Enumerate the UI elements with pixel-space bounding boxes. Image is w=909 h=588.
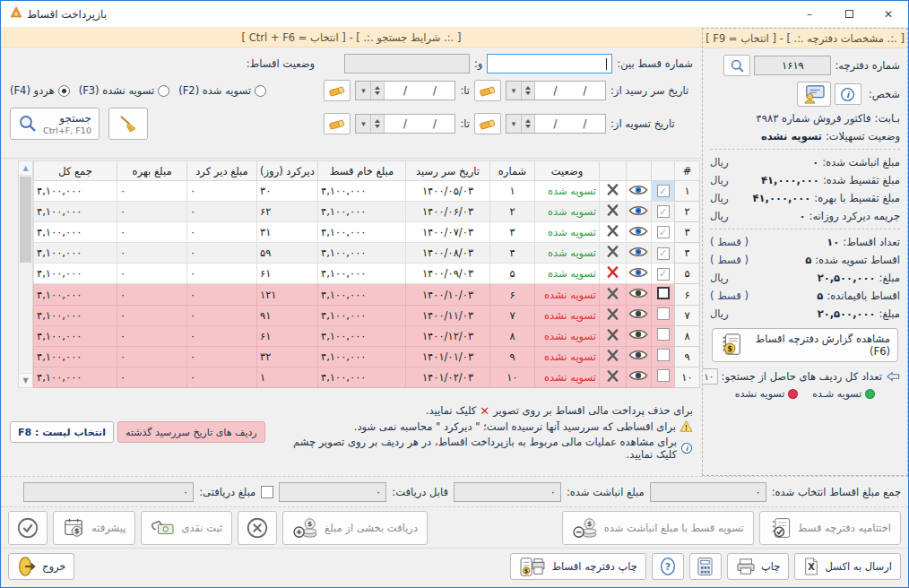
delete-payment-icon[interactable] xyxy=(606,369,619,383)
delete-payment-icon[interactable] xyxy=(606,349,619,362)
settled-checkbox-cell[interactable] xyxy=(652,367,675,387)
due-date-from-picker[interactable]: / /▾ xyxy=(506,81,606,100)
settled-checkbox[interactable]: ✓ xyxy=(657,268,670,281)
spinner-icon[interactable] xyxy=(522,82,535,99)
view-operations-cell[interactable] xyxy=(627,346,652,367)
row-number-cell[interactable]: ۸ xyxy=(675,325,700,346)
settled-checkbox-cell[interactable]: ✓ xyxy=(652,181,675,202)
radio-icon[interactable] xyxy=(158,85,169,97)
row-number-cell[interactable]: ۹ xyxy=(675,346,700,367)
delete-payment-icon[interactable] xyxy=(606,265,619,279)
view-operations-cell[interactable] xyxy=(627,264,652,284)
installment-row[interactable]: ۶تسویه نشده۶۱۴۰۰/۱۰/۰۳۴,۱۰۰,۰۰۰۱۲۱۰۰۴,۱۰… xyxy=(34,284,700,305)
help-button[interactable]: ? xyxy=(652,553,684,580)
delete-payment-cell[interactable] xyxy=(600,305,627,325)
cash-register-button[interactable]: ثبت نقدی xyxy=(141,511,232,545)
settled-checkbox[interactable] xyxy=(657,328,670,341)
delete-payment-cell[interactable] xyxy=(600,264,627,284)
row-number-cell[interactable]: ۲ xyxy=(675,202,700,222)
settled-checkbox[interactable] xyxy=(657,307,670,320)
settled-checkbox-cell[interactable]: ✓ xyxy=(652,243,675,264)
view-operations-cell[interactable] xyxy=(627,325,652,346)
minimize-button[interactable]: – xyxy=(790,1,829,27)
installment-row[interactable]: ۴✓تسویه شده۴۱۴۰۰/۰۸/۰۳۴,۱۰۰,۰۰۰۵۹۰۰۴,۱۰۰… xyxy=(34,243,700,264)
settled-checkbox[interactable] xyxy=(657,287,670,299)
settled-checkbox[interactable] xyxy=(657,369,670,382)
radio-unsettled[interactable]: تسویه نشده (F3) xyxy=(79,84,170,97)
row-number-cell[interactable]: ۱۰ xyxy=(675,367,700,387)
delete-payment-cell[interactable] xyxy=(600,346,627,367)
settled-checkbox-cell[interactable]: ✓ xyxy=(652,222,675,243)
view-operations-cell[interactable] xyxy=(627,222,652,243)
clear-all-button[interactable] xyxy=(108,108,148,140)
settled-checkbox[interactable] xyxy=(657,349,670,361)
accumulated-input[interactable]: ۰ xyxy=(454,482,561,502)
sum-selected-input[interactable]: ۰ xyxy=(650,482,766,502)
delete-payment-cell[interactable] xyxy=(600,367,627,387)
settled-checkbox-cell[interactable] xyxy=(652,325,675,346)
delete-payment-icon[interactable] xyxy=(606,183,619,196)
settled-checkbox-cell[interactable] xyxy=(652,346,675,367)
partial-receive-button[interactable]: دریافت بخشی از مبلغ $ xyxy=(282,511,428,545)
view-operations-cell[interactable] xyxy=(627,202,652,222)
row-number-cell[interactable]: ۱ xyxy=(675,181,700,202)
clear-settle-from-button[interactable] xyxy=(474,113,501,134)
eye-icon[interactable] xyxy=(628,369,648,382)
maximize-button[interactable] xyxy=(829,1,869,27)
eye-icon[interactable] xyxy=(628,184,648,196)
radio-icon-selected[interactable] xyxy=(58,85,70,97)
delete-payment-icon[interactable] xyxy=(606,245,619,258)
delete-payment-icon[interactable] xyxy=(606,307,619,321)
close-book-button[interactable]: اختتامیه دفترچه قسط xyxy=(759,511,901,545)
row-number-cell[interactable]: ۴ xyxy=(675,243,700,264)
installment-row[interactable]: ۸تسویه نشده۸۱۴۰۰/۱۲/۰۳۴,۱۰۰,۰۰۰۶۱۰۰۴,۱۰۰… xyxy=(34,325,700,346)
installment-from-input[interactable] xyxy=(487,54,612,74)
delete-payment-icon[interactable] xyxy=(606,203,619,217)
installment-row[interactable]: ۳✓تسویه شده۳۱۴۰۰/۰۷/۰۳۴,۱۰۰,۰۰۰۳۱۰۰۴,۱۰۰… xyxy=(34,222,700,243)
eye-icon[interactable] xyxy=(628,266,648,279)
delete-payment-icon[interactable] xyxy=(606,224,619,238)
clear-settle-to-button[interactable] xyxy=(324,113,351,134)
select-list-button[interactable]: انتخاب لیست : F8 xyxy=(10,421,114,443)
eye-icon[interactable] xyxy=(628,246,648,258)
installment-row[interactable]: ۵✓تسویه شده۵۱۴۰۰/۰۹/۰۳۴,۱۰۰,۰۰۰۶۱۰۰۴,۱۰۰… xyxy=(34,264,700,284)
exit-button[interactable]: خروج xyxy=(8,553,74,580)
delete-payment-cell[interactable] xyxy=(600,243,627,264)
print-book-button[interactable]: چاپ دفترچه اقساط $ xyxy=(510,553,646,580)
chevron-down-icon[interactable]: ▾ xyxy=(506,82,522,99)
settle-with-accumulated-button[interactable]: تسویه قسط با مبلغ انباشت شده $ xyxy=(562,511,754,545)
settled-checkbox[interactable]: ✓ xyxy=(657,226,670,238)
receivable-input[interactable]: ۰ xyxy=(279,482,386,502)
settled-checkbox[interactable]: ✓ xyxy=(657,205,670,218)
person-info-button[interactable]: i xyxy=(835,83,861,105)
view-operations-cell[interactable] xyxy=(627,181,652,202)
spinner-icon[interactable] xyxy=(371,82,385,99)
row-number-cell[interactable]: ۷ xyxy=(675,305,700,325)
chevron-down-icon[interactable]: ▾ xyxy=(506,115,522,133)
view-operations-cell[interactable] xyxy=(627,284,652,305)
vertical-scrollbar[interactable]: ▲ ▼ xyxy=(18,160,33,388)
radio-settled[interactable]: تسویه شده (F2) xyxy=(178,84,266,97)
delete-payment-cell[interactable] xyxy=(600,222,627,243)
book-search-button[interactable] xyxy=(723,55,750,76)
eye-icon[interactable] xyxy=(628,307,648,320)
delete-payment-icon[interactable] xyxy=(606,328,619,342)
close-button[interactable]: ✕ xyxy=(869,1,908,27)
chevron-down-icon[interactable]: ▾ xyxy=(356,115,371,133)
installment-row[interactable]: ۲✓تسویه شده۲۱۴۰۰/۰۶/۰۳۴,۱۰۰,۰۰۰۶۲۰۰۴,۱۰۰… xyxy=(34,202,700,222)
receive-checkbox[interactable] xyxy=(261,486,273,498)
due-date-to-picker[interactable]: / /▾ xyxy=(355,81,455,100)
row-number-cell[interactable]: ۶ xyxy=(675,284,700,305)
row-number-cell[interactable]: ۳ xyxy=(675,222,700,243)
settle-date-to-picker[interactable]: / /▾ xyxy=(355,114,455,134)
delete-payment-cell[interactable] xyxy=(600,202,627,222)
radio-icon[interactable] xyxy=(255,85,266,97)
delete-payment-cell[interactable] xyxy=(600,181,627,202)
view-book-report-button[interactable]: مشاهده گزارش دفترچه اقساط (F6) $ xyxy=(712,328,898,362)
eye-icon[interactable] xyxy=(628,225,648,238)
print-button[interactable]: چاپ xyxy=(727,553,789,580)
confirm-button[interactable] xyxy=(8,511,48,545)
view-operations-cell[interactable] xyxy=(627,305,652,325)
row-number-cell[interactable]: ۵ xyxy=(675,264,700,284)
scroll-down-icon[interactable]: ▼ xyxy=(19,373,32,387)
